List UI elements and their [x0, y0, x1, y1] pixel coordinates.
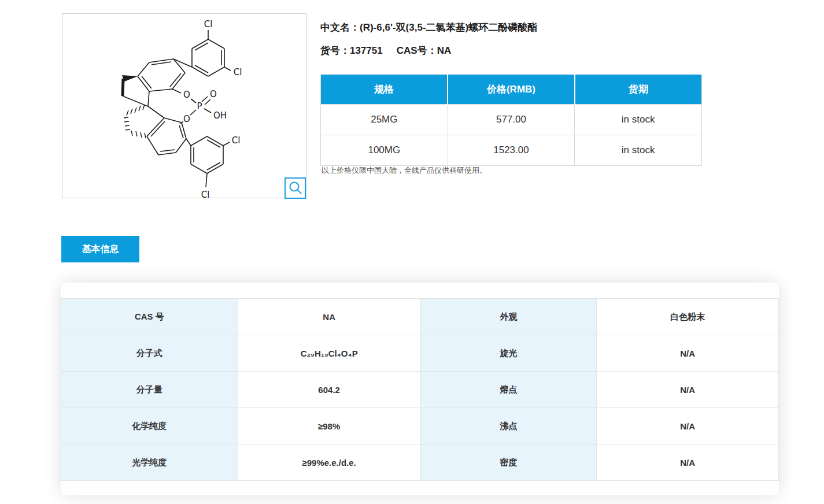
catalog-number: 137751: [350, 45, 383, 56]
info-label-cell: 分子量: [61, 372, 238, 408]
product-name-label: 中文名：: [320, 22, 360, 33]
pricing-availability-cell: in stock: [575, 105, 702, 135]
atom-label-o: O: [183, 114, 190, 124]
product-name: (R)-6,6'-双(3,5-二氯苯基)螺环二酚磷酸酯: [360, 22, 537, 33]
info-value-cell: 604.2: [238, 372, 420, 408]
pricing-table: 规格 价格(RMB) 货期 25MG 577.00 in stock 100MG…: [320, 75, 702, 166]
product-page: Cl Cl O O P OH O Cl Cl 中文名：(R)-6,6'-双(3,…: [0, 0, 824, 504]
product-structure-image: Cl Cl O O P OH O Cl Cl: [62, 13, 306, 198]
info-label-cell: 旋光: [420, 335, 597, 372]
info-row: CAS 号 NA 外观 白色粉末: [61, 299, 779, 335]
atom-label-cl: Cl: [232, 135, 241, 146]
info-label-cell: 密度: [420, 444, 597, 481]
info-label-cell: 沸点: [420, 408, 597, 444]
pricing-row: 100MG 1523.00 in stock: [321, 135, 702, 166]
info-value-cell: 白色粉末: [597, 299, 779, 335]
info-value-cell: N/A: [597, 408, 779, 444]
info-value-cell: C₂₉H₁₉Cl₄O₄P: [238, 335, 420, 372]
pricing-price-cell: 1523.00: [448, 135, 575, 166]
info-label-cell: CAS 号: [61, 299, 238, 335]
atom-label-cl: Cl: [204, 19, 213, 29]
info-value-cell: N/A: [597, 444, 779, 481]
info-value-cell: NA: [238, 299, 420, 335]
product-codes-line: 货号：137751CAS号：NA: [320, 44, 451, 57]
pricing-header-spec: 规格: [321, 75, 448, 105]
info-value-cell: N/A: [597, 372, 779, 408]
pricing-header-price: 价格(RMB): [448, 75, 575, 105]
pricing-spec-cell: 25MG: [321, 105, 448, 135]
info-label-cell: 分子式: [61, 335, 238, 372]
info-value-cell: ≥98%: [238, 408, 420, 444]
atom-label-o: O: [183, 90, 190, 100]
atom-label-oh: OH: [213, 110, 227, 121]
catalog-label: 货号：: [320, 45, 350, 56]
info-label-cell: 外观: [420, 299, 597, 335]
info-value-cell: ≥99%e.e./d.e.: [238, 444, 420, 481]
cas-label: CAS号：: [397, 45, 437, 56]
basic-info-table: CAS 号 NA 外观 白色粉末 分子式 C₂₉H₁₉Cl₄O₄P 旋光 N/A…: [61, 298, 779, 481]
pricing-header-availability: 货期: [575, 75, 702, 105]
atom-label-o: O: [210, 89, 217, 99]
atom-label-cl: Cl: [201, 190, 210, 198]
info-label-cell: 熔点: [420, 372, 597, 408]
pricing-header-row: 规格 价格(RMB) 货期: [321, 75, 702, 105]
atom-label-cl: Cl: [234, 67, 242, 77]
info-label-cell: 化学纯度: [61, 408, 238, 444]
info-value-cell: N/A: [597, 335, 779, 372]
cas-number: NA: [437, 45, 452, 56]
info-row: 光学纯度 ≥99%e.e./d.e. 密度 N/A: [61, 444, 779, 481]
info-row: 分子式 C₂₉H₁₉Cl₄O₄P 旋光 N/A: [61, 335, 779, 372]
zoom-button[interactable]: [284, 177, 306, 199]
pricing-row: 25MG 577.00 in stock: [321, 105, 702, 135]
atom-label-p: P: [197, 101, 202, 112]
magnifier-icon: [287, 180, 304, 197]
info-label-cell: 光学纯度: [61, 444, 238, 481]
info-row: 分子量 604.2 熔点 N/A: [61, 372, 779, 408]
tab-basic-info[interactable]: 基本信息: [61, 236, 139, 262]
price-note: 以上价格仅限中国大陆，全线产品仅供科研使用。: [322, 165, 487, 176]
info-row: 化学纯度 ≥98% 沸点 N/A: [61, 408, 779, 444]
basic-info-card: CAS 号 NA 外观 白色粉末 分子式 C₂₉H₁₉Cl₄O₄P 旋光 N/A…: [61, 283, 779, 495]
pricing-spec-cell: 100MG: [321, 135, 448, 166]
molecule-drawing: Cl Cl O O P OH O Cl Cl: [62, 14, 306, 198]
product-name-line: 中文名：(R)-6,6'-双(3,5-二氯苯基)螺环二酚磷酸酯: [320, 21, 537, 34]
pricing-price-cell: 577.00: [448, 105, 575, 135]
pricing-availability-cell: in stock: [575, 135, 702, 166]
